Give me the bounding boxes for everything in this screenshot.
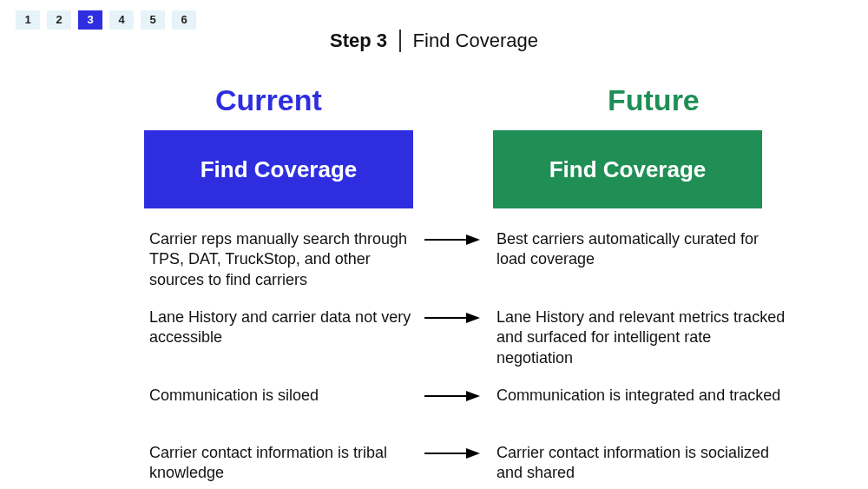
current-header: Current (215, 83, 322, 117)
future-cell: Best carriers automatically curated for … (496, 229, 792, 270)
comparison-row: Carrier contact information is tribal kn… (0, 443, 868, 489)
step-pager: 1 2 3 4 5 6 (16, 10, 196, 30)
comparison-rows: Carrier reps manually search through TPS… (0, 229, 868, 489)
comparison-row: Carrier reps manually search through TPS… (0, 229, 868, 297)
future-header: Future (608, 83, 700, 117)
future-cell: Carrier contact information is socialize… (496, 443, 792, 484)
step-5[interactable]: 5 (141, 10, 165, 30)
current-cell: Communication is siloed (149, 386, 414, 406)
future-banner-label: Find Coverage (549, 156, 707, 183)
arrow-icon (424, 311, 480, 325)
page-title: Step 3 Find Coverage (0, 30, 868, 52)
arrow-icon (424, 389, 480, 403)
current-cell: Carrier reps manually search through TPS… (149, 229, 414, 290)
step-3[interactable]: 3 (78, 10, 102, 30)
comparison-row: Communication is siloed Communication is… (0, 386, 868, 433)
step-2[interactable]: 2 (47, 10, 71, 30)
current-cell: Lane History and carrier data not very a… (149, 307, 414, 348)
future-cell: Lane History and relevant metrics tracke… (496, 307, 792, 368)
svg-marker-3 (466, 313, 480, 323)
comparison-row: Lane History and carrier data not very a… (0, 307, 868, 375)
future-banner: Find Coverage (493, 130, 762, 208)
current-banner-label: Find Coverage (201, 156, 358, 183)
arrow-icon (424, 446, 480, 460)
arrow-icon (424, 233, 480, 247)
step-4[interactable]: 4 (109, 10, 134, 30)
title-separator (399, 30, 401, 52)
future-cell: Communication is integrated and tracked (496, 386, 792, 406)
step-6[interactable]: 6 (172, 10, 196, 30)
current-cell: Carrier contact information is tribal kn… (149, 443, 414, 484)
current-banner: Find Coverage (144, 130, 413, 208)
svg-marker-5 (466, 391, 480, 401)
svg-marker-1 (466, 235, 480, 245)
title-step: Step 3 (330, 30, 387, 52)
svg-marker-7 (466, 448, 480, 459)
title-label: Find Coverage (413, 30, 538, 52)
step-1[interactable]: 1 (16, 10, 40, 30)
